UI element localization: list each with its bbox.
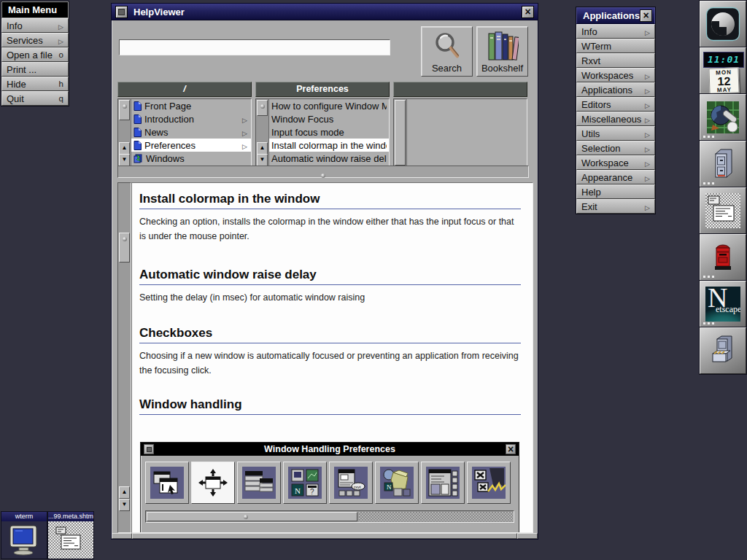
- miniaturize-button[interactable]: [115, 6, 128, 18]
- menu-item-workspace[interactable]: Workspace: [576, 155, 655, 170]
- browser-item-selected[interactable]: Install colormap in the windo: [269, 139, 389, 152]
- search-button[interactable]: Search: [421, 26, 473, 77]
- scrollbar-knob[interactable]: [119, 100, 130, 120]
- close-button[interactable]: [522, 6, 534, 18]
- main-menu-titlebar[interactable]: Main Menu: [1, 1, 69, 18]
- column-scrollbar[interactable]: [118, 99, 131, 166]
- dock-mail-editor-tile[interactable]: [700, 187, 746, 234]
- scrollbar-knob[interactable]: [119, 233, 130, 262]
- pane-splitter-handle[interactable]: [321, 174, 325, 178]
- browser-item[interactable]: Window Focus: [269, 112, 389, 125]
- running-indicator: [703, 136, 714, 138]
- applications-menu-titlebar[interactable]: Applications: [576, 7, 655, 24]
- column-scrollbar[interactable]: [394, 99, 407, 166]
- scrollbar-thumb: [147, 512, 357, 521]
- document-icon: [133, 101, 142, 111]
- shortcut-key: o: [59, 50, 63, 59]
- dock-netscape-tile[interactable]: N etscape: [700, 281, 746, 327]
- file-cabinet-icon: [705, 147, 740, 182]
- menu-item-info[interactable]: Info: [576, 24, 655, 39]
- browser-item[interactable]: Introduction: [131, 112, 251, 125]
- svg-text:N: N: [387, 483, 392, 491]
- submenu-arrow-icon: [645, 26, 650, 37]
- menu-item-print[interactable]: Print ...: [1, 62, 69, 77]
- section-heading: Window handling: [139, 397, 521, 415]
- resize-middle-handle[interactable]: [132, 533, 517, 539]
- main-menu: Main Menu Info Services Open a file o Pr…: [1, 1, 69, 106]
- menu-item-utils[interactable]: Utils: [576, 126, 655, 141]
- window-list-pref-icon: [421, 462, 465, 504]
- menu-item-help[interactable]: Help: [576, 184, 655, 199]
- browser-column-root: / Front Page Introduction: [117, 82, 252, 167]
- browser-item[interactable]: Input focus mode: [269, 125, 389, 139]
- bookshelf-button[interactable]: Bookshelf: [476, 26, 528, 77]
- applications-menu-close-button[interactable]: [640, 9, 652, 22]
- embedded-hscrollbar: [145, 510, 514, 523]
- menu-item-info[interactable]: Info: [1, 18, 69, 33]
- submenu-arrow-icon: [645, 158, 650, 168]
- resize-right-handle[interactable]: [517, 533, 538, 539]
- resize-left-handle[interactable]: [112, 533, 132, 539]
- draw-app-icon: [705, 100, 740, 135]
- calendar-icon: MON 12 MAY: [708, 67, 739, 93]
- menu-item-selection[interactable]: Selection: [576, 141, 655, 155]
- terminal-pref-icon: rxvt: [329, 462, 373, 504]
- scroll-down-button[interactable]: [119, 154, 130, 166]
- content-scrollbar[interactable]: ▲ ▼: [117, 182, 131, 533]
- menu-item-miscellaneous[interactable]: Miscellaneous: [576, 112, 655, 126]
- dock-draw-app-tile[interactable]: [700, 94, 746, 141]
- submenu-arrow-icon: [58, 20, 63, 31]
- column-header: Preferences: [255, 82, 390, 97]
- menu-item-hide[interactable]: Hide h: [1, 77, 69, 91]
- miniwindow-meta-shtml[interactable]: ...99.meta.shtml: [48, 512, 93, 559]
- desktop: Main Menu Info Services Open a file o Pr…: [0, 0, 747, 560]
- close-icon: [506, 444, 516, 454]
- document-page-icon: [55, 526, 87, 555]
- submenu-arrow-icon: [645, 99, 650, 110]
- menu-item-services[interactable]: Services: [1, 33, 69, 47]
- scroll-up-button[interactable]: [119, 142, 130, 155]
- browser-column-preferences: Preferences How to configure Window M Wi…: [255, 82, 390, 167]
- terminal-monitor-icon: [7, 524, 42, 556]
- dock-postbox-tile[interactable]: [700, 234, 746, 281]
- dock-file-cabinet-tile[interactable]: [700, 141, 746, 187]
- column-scrollbar[interactable]: [256, 99, 269, 166]
- menu-item-editors[interactable]: Editors: [576, 97, 655, 112]
- shortcut-key: q: [59, 94, 63, 103]
- menu-item-appearance[interactable]: Appearance: [576, 170, 655, 184]
- menu-item-quit[interactable]: Quit q: [1, 91, 69, 106]
- browser-item[interactable]: Automatic window raise del: [269, 152, 389, 165]
- menu-item-wterm[interactable]: WTerm: [576, 39, 655, 53]
- dock-clock-tile[interactable]: 11:01 MON 12 MAY: [700, 47, 746, 94]
- window-resizebar[interactable]: [112, 533, 538, 539]
- browser-item[interactable]: Front Page: [131, 99, 251, 112]
- search-input[interactable]: [119, 39, 390, 55]
- focus-pref-icon: [145, 462, 189, 504]
- browser-item-selected[interactable]: Preferences: [131, 139, 251, 152]
- menu-item-rxvt[interactable]: Rxvt: [576, 53, 655, 68]
- dock-archive-cabinet-tile[interactable]: [700, 327, 746, 374]
- browser-item[interactable]: How to configure Window M: [269, 99, 389, 112]
- scroll-down-button[interactable]: ▼: [119, 499, 130, 511]
- miniwindow-wterm[interactable]: wterm: [1, 512, 47, 559]
- menus-pref-icon: [237, 462, 281, 504]
- scroll-up-button[interactable]: [257, 142, 268, 155]
- scrollbar-knob[interactable]: [395, 100, 406, 166]
- menu-item-exit[interactable]: Exit: [576, 199, 655, 214]
- scrollbar-knob[interactable]: [257, 100, 268, 116]
- scroll-up-button[interactable]: ▲: [119, 486, 130, 499]
- section-heading: Checkboxes: [139, 326, 521, 343]
- scroll-down-button[interactable]: [257, 154, 268, 166]
- browser-item[interactable]: Windows: [131, 152, 251, 165]
- miniaturize-icon: [144, 444, 154, 454]
- section-body: Checking an option, installs the colorma…: [139, 214, 521, 244]
- browser-item[interactable]: News: [131, 125, 251, 139]
- menu-item-workspaces[interactable]: Workspaces: [576, 68, 655, 82]
- dock-windowmaker-tile[interactable]: [700, 1, 746, 47]
- menu-item-open-a-file[interactable]: Open a file o: [1, 47, 69, 62]
- helpviewer-titlebar[interactable]: HelpViewer: [112, 4, 538, 20]
- document-icon: [133, 141, 142, 150]
- applications-menu: Applications Info WTerm Rxvt Workspaces …: [576, 7, 655, 214]
- submenu-arrow-icon: [58, 35, 63, 46]
- menu-item-applications[interactable]: Applications: [576, 82, 655, 97]
